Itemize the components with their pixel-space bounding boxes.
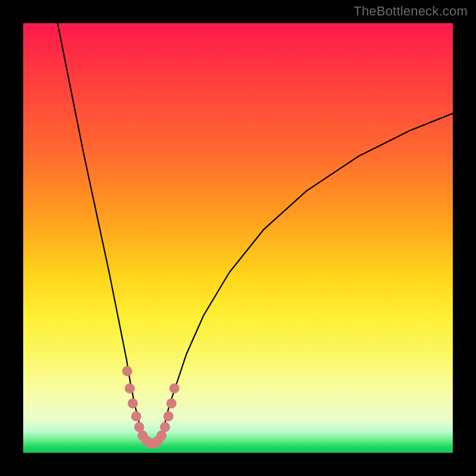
curve-marker [164,411,174,421]
curve-marker [160,422,170,432]
chart-frame: TheBottleneck.com [0,0,476,476]
bottleneck-curve [58,23,453,444]
curve-marker [125,383,135,393]
plot-area [23,23,453,453]
curve-svg [23,23,453,453]
curve-marker [128,398,138,408]
highlighted-segment [122,366,179,448]
curve-marker [131,411,141,421]
curve-marker [122,366,132,376]
watermark-text: TheBottleneck.com [353,4,468,19]
curve-marker [167,398,177,408]
curve-marker [170,383,180,393]
